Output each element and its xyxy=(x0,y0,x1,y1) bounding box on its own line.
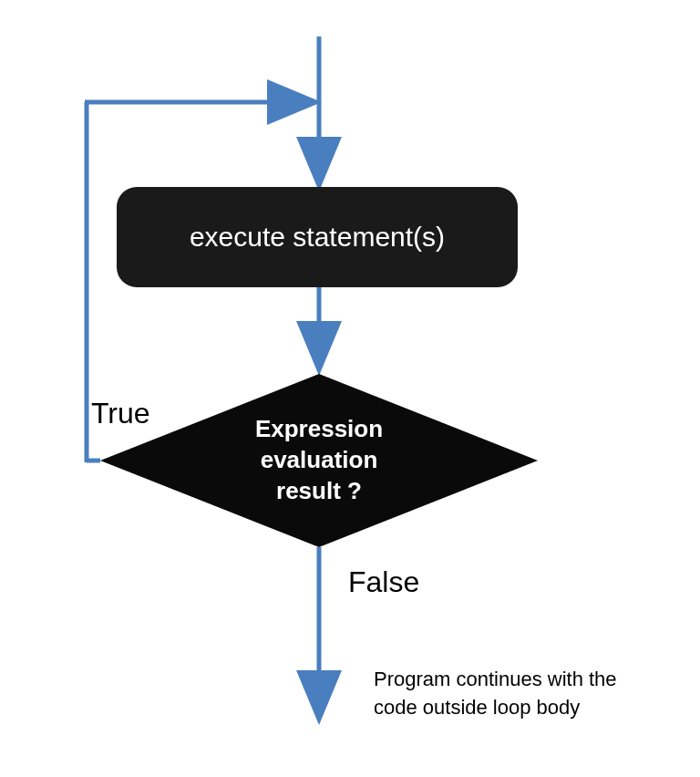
true-label: True xyxy=(91,397,150,430)
exit-line-2: code outside loop body xyxy=(374,694,617,722)
decision-line-3: result ? xyxy=(276,476,362,507)
process-label: execute statement(s) xyxy=(190,222,445,253)
false-label: False xyxy=(348,565,419,599)
exit-description: Program continues with the code outside … xyxy=(374,666,617,722)
process-box: execute statement(s) xyxy=(117,187,518,287)
flowchart-diagram: execute statement(s) Expression evaluati… xyxy=(0,0,700,777)
decision-line-2: evaluation xyxy=(261,445,378,476)
decision-line-1: Expression xyxy=(255,414,383,445)
exit-line-1: Program continues with the xyxy=(374,666,617,694)
decision-diamond-text: Expression evaluation result ? xyxy=(91,369,547,552)
